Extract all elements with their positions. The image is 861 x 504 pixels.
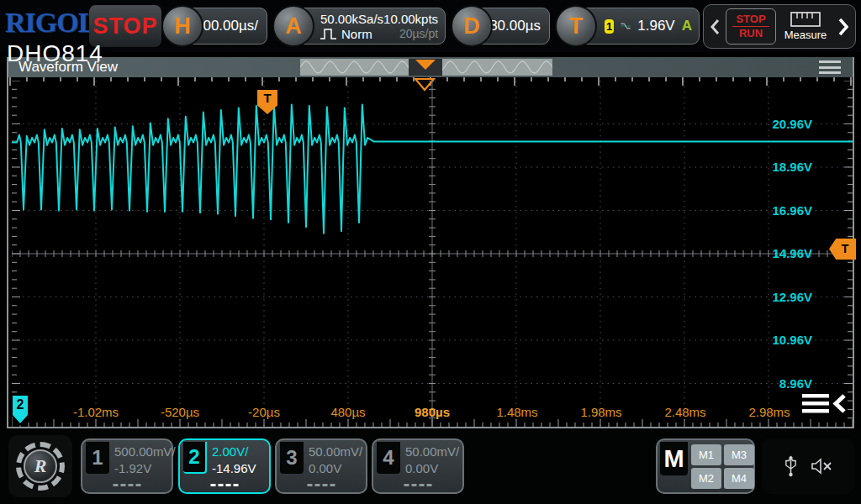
channel4-number: 4 <box>377 442 400 474</box>
channel2-button[interactable]: 2 2.00V/ -14.96V <box>178 438 271 494</box>
waveform-view-header[interactable]: Waveform View <box>8 57 853 77</box>
math2-button[interactable]: M2 <box>691 468 721 489</box>
v-axis-label: 16.96V <box>745 202 812 219</box>
channel4-offset: 0.00V <box>405 461 438 475</box>
speaker-muted-icon[interactable] <box>811 457 832 475</box>
channel2-coupling-icon <box>211 484 239 486</box>
t-axis-label: 1.48ms <box>496 405 537 419</box>
system-menu-button[interactable]: R <box>8 435 72 497</box>
measure-button[interactable]: Measure <box>779 7 832 47</box>
waveform-plot[interactable] <box>12 81 853 427</box>
rigol-gear-icon: R <box>16 442 65 491</box>
t-axis-label: 1.98ms <box>580 405 621 419</box>
acquire-cluster[interactable]: 50.00kSa/s Norm 10.00kpts 20µs/pt <box>272 4 446 48</box>
oscilloscope-screen: RIGOL STOP 500.00µs/ H 50.00kSa/s Norm <box>0 0 861 504</box>
top-bar: RIGOL STOP 500.00µs/ H 50.00kSa/s Norm <box>0 0 861 52</box>
t-axis-label-center: 980µs <box>415 405 450 419</box>
v-axis-label: 14.96V <box>745 245 812 262</box>
trigger-status: A <box>682 18 692 34</box>
falling-edge-icon <box>621 19 631 33</box>
chevron-left-icon <box>710 18 720 35</box>
run-stop-line1: STOP <box>736 13 765 26</box>
t-axis-label: 2.98ms <box>748 405 790 419</box>
channel2-number: 2 <box>183 442 207 474</box>
horizontal-cluster[interactable]: 500.00µs/ H <box>161 4 267 48</box>
v-axis-label: 20.96V <box>745 116 812 133</box>
toolbar-next-button[interactable] <box>835 18 850 36</box>
t-axis-label: -1.02ms <box>73 405 119 419</box>
channel1-scale: 500.00mV/ <box>114 444 176 459</box>
horizontal-knob[interactable]: H <box>161 5 203 47</box>
waveform-view: Waveform View 20.96V 18.96V 16.96V 14.96… <box>7 57 854 428</box>
bottom-bar: R 1 500.00mV/ -1.92V 2 2.00V/ -14.96V 3 … <box>0 430 861 504</box>
toolbar-prev-button[interactable] <box>707 18 722 35</box>
chevron-right-icon <box>837 18 848 36</box>
channel2-scale: 2.00V/ <box>212 444 248 459</box>
usb-icon[interactable] <box>784 455 797 477</box>
memory-depth: 10.00kpts <box>383 12 438 26</box>
status-icons-panel <box>762 438 854 494</box>
channel3-coupling-icon <box>308 484 335 486</box>
v-axis-label: 12.96V <box>745 289 812 306</box>
channel3-number: 3 <box>280 442 304 474</box>
t-axis-label: -20µs <box>248 405 280 419</box>
v-axis-label: 8.96V <box>745 375 812 392</box>
t-axis-label: 480µs <box>330 405 365 419</box>
channel4-scale: 50.00mV/ <box>405 444 459 459</box>
trigger-level: 1.96V <box>637 18 674 34</box>
math4-button[interactable]: M4 <box>724 468 754 489</box>
channel3-offset: 0.00V <box>309 461 341 475</box>
measure-label: Measure <box>784 29 827 41</box>
run-stop-button[interactable]: STOP RUN <box>726 8 776 45</box>
time-per-point: 20µs/pt <box>399 27 438 40</box>
channel1-offset: -1.92V <box>114 461 151 475</box>
channel1-button[interactable]: 1 500.00mV/ -1.92V <box>81 438 173 494</box>
t-axis-label: 2.48ms <box>664 405 705 419</box>
trigger-knob[interactable]: T <box>555 5 597 47</box>
acquire-knob[interactable]: A <box>272 5 314 47</box>
channel1-number: 1 <box>86 442 109 474</box>
sample-rate: 50.00kSa/s <box>320 12 383 26</box>
channel4-coupling-icon <box>404 484 432 486</box>
toolbar-panel: STOP RUN Measure <box>703 4 856 49</box>
v-axis-label: 18.96V <box>745 159 812 176</box>
channel4-button[interactable]: 4 50.00mV/ 0.00V <box>372 438 464 494</box>
channel2-offset: -14.96V <box>212 461 256 475</box>
acquire-mode: Norm <box>341 27 372 41</box>
timebase-overview-strip[interactable] <box>300 59 552 76</box>
channel1-coupling-icon <box>114 484 141 486</box>
channel3-button[interactable]: 3 50.00mV/ 0.00V <box>275 438 367 494</box>
rigol-logo: RIGOL <box>5 7 96 39</box>
math1-button[interactable]: M1 <box>691 444 721 465</box>
delay-knob[interactable]: D <box>451 5 493 47</box>
acquire-pill[interactable]: 50.00kSa/s Norm 10.00kpts 20µs/pt <box>293 8 446 45</box>
delay-cluster[interactable]: 980.00µs D <box>451 4 550 48</box>
ruler-icon <box>790 12 821 27</box>
channel3-scale: 50.00mV/ <box>309 444 362 459</box>
plot-collapse-menu-icon[interactable] <box>800 391 848 417</box>
trigger-cluster[interactable]: 1 1.96V A T <box>555 4 700 48</box>
v-axis-label: 10.96V <box>745 332 812 349</box>
pulse-icon <box>320 28 337 40</box>
math-panel[interactable]: M M1 M3 M2 M4 <box>656 438 755 494</box>
math3-button[interactable]: M3 <box>724 444 754 465</box>
horizontal-scale: 500.00µs/ <box>195 8 258 44</box>
model-name: DHO814 <box>7 40 103 67</box>
header-menu-icon[interactable] <box>819 60 841 74</box>
t-axis-label: -520µs <box>161 405 199 419</box>
run-stop-line2: RUN <box>739 27 763 40</box>
math-label: M <box>660 442 688 475</box>
trigger-source-badge: 1 <box>605 19 614 34</box>
